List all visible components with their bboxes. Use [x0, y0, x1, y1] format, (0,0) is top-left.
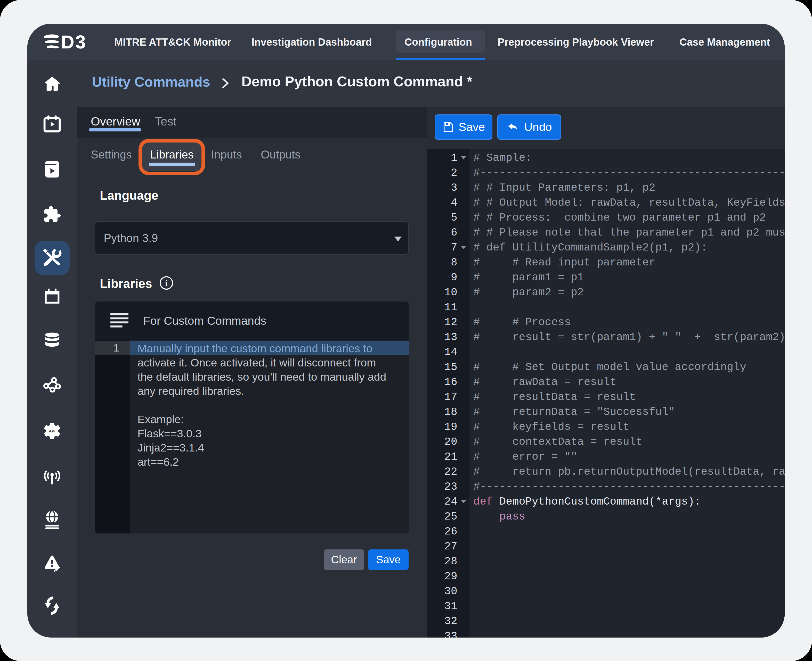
svg-text:API: API — [49, 429, 56, 433]
svg-text:D3: D3 — [61, 34, 86, 50]
